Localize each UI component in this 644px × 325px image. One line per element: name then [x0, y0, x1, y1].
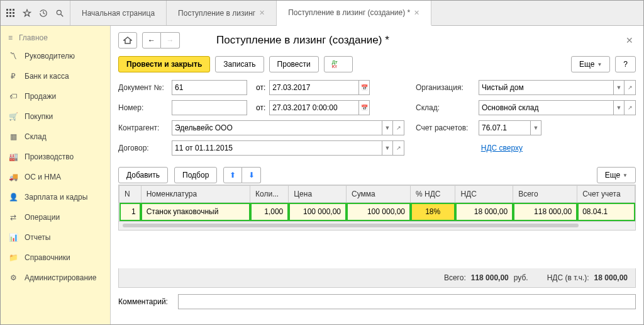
cell-vat[interactable]: 18 000,00 [455, 203, 513, 221]
date2-input[interactable]: 27.03.2017 0:00:00 📅 [269, 100, 370, 115]
dtkt-button[interactable]: ДтКт [324, 56, 353, 72]
cell-total[interactable]: 118 000,00 [513, 203, 577, 221]
close-icon[interactable]: ✕ [259, 9, 265, 17]
table: N Номенклатура Коли... Цена Сумма % НДС … [118, 185, 636, 222]
org-combo[interactable]: Чистый дом ▼ ↗ [479, 80, 636, 95]
cell-price[interactable]: 100 000,00 [289, 203, 347, 221]
sidebar-item[interactable]: 🏷Продажи [1, 86, 110, 106]
sidebar-item[interactable]: ⚙Администрирование [1, 268, 110, 288]
scroll-thumb[interactable] [123, 224, 579, 227]
col-qty[interactable]: Коли... [250, 186, 289, 203]
label-sklad: Склад: [416, 103, 479, 112]
svg-rect-8 [13, 15, 14, 17]
sidebar-item[interactable]: 👤Зарплата и кадры [1, 187, 110, 207]
sklad-combo[interactable]: Основной склад ▼ ↗ [479, 100, 636, 115]
sidebar-item-label: Руководителю [25, 52, 75, 60]
tab-label: Начальная страница [82, 9, 155, 18]
sidebar-item-label: Администрирование [25, 273, 96, 282]
tab-1[interactable]: Поступление в лизинг✕ [167, 1, 277, 25]
header-row: ← → Поступление в лизинг (создание) * ✕ [118, 32, 636, 48]
tab-home[interactable]: Начальная страница [70, 1, 167, 25]
back-button[interactable]: ← [142, 32, 161, 48]
form-row-contragent: Контрагент: Эдельвейс ООО ▼ ↗ Счет расче… [118, 120, 636, 135]
svg-rect-4 [9, 12, 11, 14]
label-org: Организация: [416, 83, 479, 92]
col-acct[interactable]: Счет учета [577, 186, 635, 203]
schet-combo[interactable]: 76.07.1 ▼ [479, 120, 541, 135]
sidebar-item[interactable]: 〽Руководителю [1, 46, 110, 66]
num-input[interactable] [172, 100, 247, 115]
contragent-combo[interactable]: Эдельвейс ООО ▼ ↗ [172, 120, 404, 135]
open-icon[interactable]: ↗ [625, 80, 636, 95]
command-bar: Провести и закрыть Записать Провести ДтК… [118, 56, 636, 72]
table-more-button[interactable]: Еще▼ [597, 167, 636, 183]
more-button[interactable]: Еще▼ [571, 56, 610, 72]
sidebar-item[interactable]: 🚚ОС и НМА [1, 167, 110, 187]
sidebar-item[interactable]: 🛒Покупки [1, 106, 110, 127]
chevron-down-icon[interactable]: ▼ [382, 140, 393, 156]
tag-icon: 🏷 [8, 91, 18, 101]
sidebar-item[interactable]: ▦Склад [1, 127, 110, 147]
post-button[interactable]: Провести [269, 56, 319, 72]
col-vat[interactable]: НДС [455, 186, 513, 203]
post-and-close-button[interactable]: Провести и закрыть [118, 56, 210, 72]
select-button[interactable]: Подбор [174, 167, 217, 183]
table-row[interactable]: 1 Станок упаковочный 1,000 100 000,00 10… [119, 203, 635, 221]
home-button[interactable] [118, 32, 137, 48]
cell-vatp[interactable]: 18% [411, 203, 455, 221]
cell-acct[interactable]: 08.04.1 [577, 203, 635, 221]
svg-rect-6 [6, 15, 8, 17]
open-icon[interactable]: ↗ [393, 140, 404, 156]
help-button[interactable]: ? [615, 56, 636, 72]
calendar-icon[interactable]: 📅 [358, 100, 370, 115]
chevron-down-icon[interactable]: ▼ [613, 100, 625, 115]
chevron-down-icon[interactable]: ▼ [613, 80, 625, 95]
open-icon[interactable]: ↗ [393, 120, 404, 135]
tab-2[interactable]: Поступление в лизинг (создание) *✕ [277, 1, 431, 26]
history-icon[interactable] [38, 8, 48, 18]
col-nomen[interactable]: Номенклатура [141, 186, 250, 203]
search-icon[interactable] [55, 8, 65, 18]
vat-mode-link[interactable]: НДС сверху [481, 144, 523, 152]
col-vatp[interactable]: % НДС [411, 186, 455, 203]
date1-input[interactable]: 27.03.2017 📅 [269, 80, 370, 95]
sidebar-item-label: Склад [25, 132, 47, 141]
cell-qty[interactable]: 1,000 [250, 203, 289, 221]
col-sum[interactable]: Сумма [347, 186, 411, 203]
cell-nomen[interactable]: Станок упаковочный [141, 203, 250, 221]
chevron-down-icon[interactable]: ▼ [530, 120, 541, 135]
close-button[interactable]: ✕ [623, 33, 636, 48]
sidebar-item[interactable]: 📁Справочники [1, 248, 110, 268]
sidebar-item-label: Банк и касса [25, 72, 69, 81]
cell-sum[interactable]: 100 000,00 [347, 203, 411, 221]
contract-combo[interactable]: 11 от 01.11.2015 ▼ ↗ [172, 140, 404, 156]
sidebar-item[interactable]: ⇄Операции [1, 207, 110, 227]
form-row-contract: Договор: 11 от 01.11.2015 ▼ ↗ НДС сверху [118, 140, 636, 156]
cell-n[interactable]: 1 [119, 203, 142, 221]
label-num: Номер: [118, 103, 172, 112]
write-button[interactable]: Записать [215, 56, 264, 72]
open-icon[interactable]: ↗ [625, 100, 636, 115]
forward-button[interactable]: → [161, 32, 180, 48]
col-n[interactable]: N [119, 186, 142, 203]
calendar-icon[interactable]: 📅 [358, 80, 370, 95]
chevron-down-icon[interactable]: ▼ [382, 120, 393, 135]
move-up-button[interactable]: ⬆ [223, 167, 242, 183]
apps-icon[interactable] [6, 8, 16, 18]
close-icon[interactable]: ✕ [414, 9, 419, 17]
col-total[interactable]: Всего [513, 186, 577, 203]
add-button[interactable]: Добавить [118, 167, 168, 183]
col-price[interactable]: Цена [289, 186, 347, 203]
sidebar-toggle[interactable]: ≡Главное [1, 30, 110, 46]
sidebar-item-label: ОС и НМА [25, 173, 61, 181]
chevron-down-icon: ▼ [623, 173, 628, 178]
sidebar-item[interactable]: 📊Отчеты [1, 227, 110, 248]
move-down-button[interactable]: ⬇ [242, 167, 261, 183]
star-icon[interactable] [22, 8, 32, 18]
sidebar-item[interactable]: ₽Банк и касса [1, 66, 110, 86]
sidebar-item-label: Зарплата и кадры [25, 193, 87, 202]
doc-num-input[interactable]: 61 [172, 80, 247, 95]
comment-input[interactable] [178, 294, 636, 309]
h-scrollbar[interactable] [118, 222, 636, 231]
sidebar-item[interactable]: 🏭Производство [1, 147, 110, 167]
